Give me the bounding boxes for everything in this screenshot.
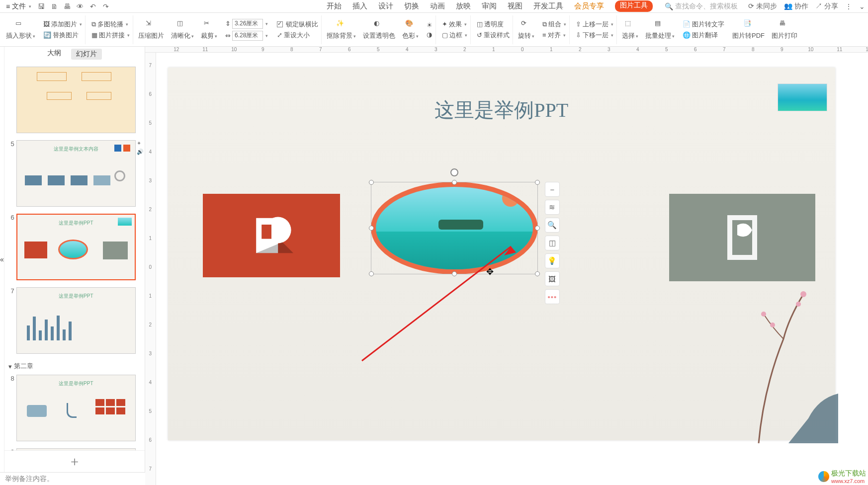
grey-image[interactable] [669,194,815,281]
slide-thumb-7[interactable]: 7 这里是举例PPT [4,287,145,354]
to-text-button[interactable]: 📄 图片转文字 [683,20,724,29]
to-pdf-button[interactable]: 📑图片转PDF [730,19,767,40]
tab-start[interactable]: 开始 [327,0,342,12]
down-layer-button[interactable]: ⇩ 下移一层▾ [576,31,613,40]
crop-button[interactable]: ✂裁剪▾ [199,19,219,40]
clarity-button[interactable]: ◫清晰化▾ [169,19,196,40]
file-menu[interactable]: ≡ 文件 ▾ [3,2,34,11]
selection-frame[interactable] [371,182,538,274]
slide-title[interactable]: 这里是举例PPT [168,96,835,124]
tab-review[interactable]: 审阅 [482,0,497,12]
svg-point-5 [800,291,806,297]
slide-thumb-8[interactable]: 8 这里是举例PPT [4,375,145,441]
print-preview-icon[interactable]: 👁 [76,2,84,10]
minus-icon[interactable]: − [545,182,560,197]
bulb-icon[interactable]: 💡 [545,253,560,268]
reset-style-button[interactable]: ↺ 重设样式 [477,31,510,40]
redo-icon[interactable]: ↷ [102,2,110,10]
slide-thumb-5[interactable]: 5 这里是举例文本内容 ✦🔊 [4,140,145,207]
print-image-button[interactable]: 🖶图片打印 [770,19,799,40]
rotate-button[interactable]: ⟳旋转▾ [516,19,536,40]
translate-button[interactable]: 🌐 图片翻译 [683,31,724,40]
tab-member[interactable]: 会员专享 [574,0,604,12]
multi-crop-button[interactable]: ⧉ 多图轮播▾ [91,20,130,29]
tab-insert[interactable]: 插入 [352,0,367,12]
ribbon-tabs: 开始 插入 设计 切换 动画 放映 审阅 视图 开发工具 会员专享 图片工具 [327,0,653,12]
tab-picture-tools[interactable]: 图片工具 [615,0,653,12]
remove-bg-button[interactable]: ✨抠除背景▾ [325,19,358,40]
rotate-handle[interactable] [450,168,458,176]
select-button[interactable]: ⬚选择▾ [620,19,640,40]
tab-dev[interactable]: 开发工具 [533,0,563,12]
cursor-icon: ✥ [486,266,494,277]
compress-button[interactable]: ⇲压缩图片 [136,19,166,40]
svg-rect-2 [261,225,271,239]
slide-thumb-6[interactable]: 6 这里是举例PPT [4,214,145,280]
lock-ratio-checkbox[interactable]: 锁定纵横比 [277,20,318,29]
resize-handle[interactable] [369,271,374,276]
more-icon[interactable]: ⋮ [845,2,852,10]
collab-button[interactable]: 👥 协作 [784,2,808,11]
tab-transition[interactable]: 切换 [404,0,419,12]
contrast-button[interactable]: ◑ [427,31,433,38]
undo-icon[interactable]: ↶ [89,2,97,10]
slide-thumb-9[interactable]: 9 [4,448,145,450]
batch-button[interactable]: ▤批量处理▾ [643,19,677,40]
save-as-icon[interactable]: 🗎 [50,2,58,10]
image-tile-button[interactable]: ▦ 图片拼接▾ [91,31,130,40]
powerpoint-image[interactable] [203,194,340,277]
brightness-button[interactable]: ☀ [427,21,433,29]
transparency-button[interactable]: ◫ 透明度 [477,20,510,29]
svg-point-7 [761,312,766,317]
set-transparent-button[interactable]: ◐设置透明色 [361,19,397,40]
tab-slideshow[interactable]: 放映 [456,0,471,12]
collapse-left[interactable]: « [0,47,4,472]
resize-handle[interactable] [452,271,457,276]
resize-handle[interactable] [369,226,374,231]
top-bar: ≡ 文件 ▾ 🖫 🗎 🖶 👁 ↶ ↷ 开始 插入 设计 切换 动画 放映 审阅 … [0,0,868,13]
tab-view[interactable]: 视图 [508,0,522,12]
effect-button[interactable]: ✦ 效果▾ [442,20,467,29]
combine-button[interactable]: ⧉ 组合▾ [542,20,566,29]
share-button[interactable]: ↗ 分享 [815,2,838,11]
outline-tab[interactable]: 大纲 [47,49,61,60]
watermark-logo [818,471,829,482]
more-icon[interactable]: ••• [545,289,560,304]
stage[interactable]: 这里是举例PPT [156,53,868,485]
slides-tab[interactable]: 幻灯片 [71,49,102,60]
resize-handle[interactable] [369,180,374,185]
up-layer-button[interactable]: ⇧ 上移一层▾ [576,20,613,29]
section-header[interactable]: ▾ 第二章 [4,361,145,372]
corner-image[interactable] [778,83,827,111]
align-button[interactable]: ≡ 对齐▾ [542,31,566,40]
float-toolbar: − ≋ 🔍 ◫ 💡 🖼 ••• [545,182,561,304]
resize-handle[interactable] [535,271,540,276]
sync-button[interactable]: ⟳ 未同步 [748,2,777,11]
tab-design[interactable]: 设计 [378,0,393,12]
reset-size-button[interactable]: ⤢ 重设大小 [277,31,318,40]
expand-icon[interactable]: ⌄ [859,2,865,10]
height-input[interactable]: ⇕ 3.26厘米▾ [225,19,268,29]
layers-icon[interactable]: ≋ [545,200,560,215]
resize-handle[interactable] [535,180,540,185]
slide-thumb-4[interactable] [4,67,145,133]
add-image-button[interactable]: 🖼 添加图片▾ [43,20,82,29]
replace-image-button[interactable]: 🔄 替换图片 [43,31,82,40]
zoom-icon[interactable]: 🔍 [545,218,560,233]
border-button[interactable]: ▢ 边框▾ [442,31,467,40]
resize-handle[interactable] [452,180,457,185]
add-slide-button[interactable]: ＋ [4,450,145,472]
insert-shape-button[interactable]: ▭插入形状▾ [4,19,37,40]
resize-handle[interactable] [535,226,540,231]
ruler-vertical: 765432101234567 [145,53,156,485]
slide-canvas[interactable]: 这里是举例PPT [168,68,835,440]
replace-icon[interactable]: 🖼 [545,271,560,286]
crop-icon[interactable]: ◫ [545,236,560,250]
watermark-url: www.xz7.com [831,478,866,484]
print-icon[interactable]: 🖶 [63,2,71,10]
search-box[interactable]: 🔍 查找命令、搜索模板 [665,2,738,11]
color-button[interactable]: 🎨色彩▾ [400,19,421,40]
save-icon[interactable]: 🖫 [37,2,45,10]
width-input[interactable]: ⇔ 6.28厘米▾ [225,31,268,41]
tab-animation[interactable]: 动画 [430,0,445,12]
